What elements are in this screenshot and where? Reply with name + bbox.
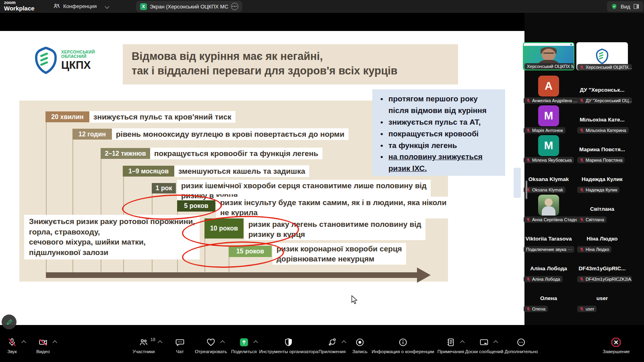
participant-tile[interactable]: А Анжеліка Андріївна ...: [523, 76, 574, 104]
audio-button[interactable]: Звук: [7, 337, 17, 354]
end-meeting-icon: [611, 337, 621, 348]
muted-mic-icon: [580, 188, 584, 192]
chat-button[interactable]: Чат: [175, 337, 185, 354]
notes-button[interactable]: Примечания: [438, 337, 464, 354]
participant-name-badge: Херсонський ОЦКПХ...: [577, 64, 632, 70]
participant-name-badge: Мільохіна Катерина: [577, 127, 629, 134]
mini-slide-strip: [524, 43, 574, 46]
whiteboards-options-chevron[interactable]: [493, 340, 498, 345]
record-button[interactable]: Запись: [352, 337, 367, 354]
note-bullet: покращується кровообі: [378, 128, 500, 140]
whiteboard-icon: [479, 337, 489, 347]
participant-tile[interactable]: Марина Повстя... Марина Повстяна: [576, 135, 628, 163]
muted-mic-icon: [580, 218, 584, 222]
muted-mic-icon: [526, 307, 530, 311]
content-scrollbar-thumb[interactable]: [514, 168, 521, 198]
react-button[interactable]: Отреагировать: [195, 337, 227, 354]
pencil-icon: [6, 319, 13, 326]
participant-name-badge: Аліна Лобода: [524, 276, 563, 282]
share-options-chevron[interactable]: [253, 340, 258, 345]
participant-tile[interactable]: М Марія Антонюк: [523, 105, 574, 134]
annotate-button[interactable]: [2, 315, 17, 329]
share-button[interactable]: Поделиться: [231, 337, 257, 354]
apps-options-chevron[interactable]: [341, 340, 346, 345]
audio-options-chevron[interactable]: [21, 340, 26, 345]
heart-icon: [206, 337, 216, 347]
more-button[interactable]: Дополнительно: [505, 337, 538, 354]
participant-tile[interactable]: user user: [576, 284, 628, 312]
participant-tile[interactable]: ДУ "Херсонськ... ДУ "Херсонський ОЦ...: [576, 76, 628, 104]
shared-screen-content: ХЕРСОНСЬКИЙ ОБЛАСНИЙ ЦКПХ Відмова від ку…: [0, 31, 524, 325]
sidebar-scrollbar-thumb[interactable]: [526, 181, 527, 199]
participants-count: 18: [151, 337, 155, 342]
whiteboards-button[interactable]: Доски сообщений: [465, 337, 504, 354]
participant-tile[interactable]: М Мілена Якубовська: [523, 135, 574, 163]
chat-icon: [175, 337, 185, 347]
logo-line2: ОБЛАСНИЙ: [61, 54, 95, 59]
participant-name-badge: Ніна Людко: [577, 246, 611, 253]
participant-name-badge: Анна Сергіївна Стадн...: [524, 216, 578, 223]
mouse-cursor: [351, 295, 358, 305]
participant-tile[interactable]: Ніна Людко Ніна Людко: [576, 224, 628, 253]
avatar: М: [538, 105, 559, 126]
note-bullet-underlined: на половину знижується ризик ІХС.: [378, 151, 500, 175]
tab-meeting[interactable]: Конференция: [53, 2, 97, 10]
participant-tile[interactable]: Viktoriia Tarasova Подключение звука ···: [523, 224, 574, 253]
zoom-workplace-logo: zoom Workplace: [4, 0, 35, 11]
participant-name-badge: Анжеліка Андріївна ...: [524, 97, 578, 104]
participant-tile[interactable]: Аліна Лобода Аліна Лобода: [523, 254, 574, 282]
participants-icon: [139, 337, 149, 347]
participant-name-badge: Світлана: [577, 216, 607, 223]
timeline-label: 1–9 мосяцов: [123, 166, 174, 177]
avatar-photo: [538, 195, 559, 216]
participant-tile[interactable]: DF43m1yGipRIC... DF43m1yGipRlCZK2iA...: [576, 254, 628, 282]
notes-options-chevron[interactable]: [460, 340, 464, 345]
meeting-info-button[interactable]: Информация о конференции: [372, 337, 434, 354]
participant-tile[interactable]: Олена Олена: [523, 284, 574, 312]
react-options-chevron[interactable]: [220, 340, 225, 345]
muted-mic-icon: [580, 99, 584, 103]
participant-tile[interactable]: Мільохіна Кате... Мільохіна Катерина: [576, 105, 628, 134]
participant-tile[interactable]: Анна Сергіївна Стадн...: [523, 195, 574, 223]
video-options-chevron[interactable]: [52, 340, 57, 345]
window-titlebar: zoom Workplace Конференция X Экран (Херс…: [0, 0, 644, 13]
tab-screen-share[interactable]: X Экран (Херсонський ОЦКПХ МС •••: [136, 1, 242, 12]
timeline-arrowhead: [417, 267, 431, 283]
apps-button[interactable]: Приложения: [318, 337, 345, 354]
participant-name-badge: Oksana Klymak: [524, 187, 566, 193]
participant-tile[interactable]: Oksana Klymak Oksana Klymak: [523, 165, 574, 193]
participant-name-badge: Марія Антонюк: [524, 127, 566, 134]
slide-title-line1: Відмова від куріння має як негайні,: [132, 49, 458, 64]
security-shield-icon: [611, 3, 617, 10]
info-icon: [398, 337, 408, 347]
tab-options-icon[interactable]: •••: [231, 3, 238, 10]
host-tools-button[interactable]: Инструменты организатора: [259, 337, 318, 354]
participant-tile[interactable]: Надежда Кулик Надежда Кулик: [576, 165, 628, 193]
participant-tile-active-speaker[interactable]: Херсонський ОЦКПХ М...: [523, 42, 574, 70]
timeline-text: ризик коронарної хвороби серця дорівнюва…: [272, 243, 406, 265]
shield-icon: [284, 337, 293, 347]
muted-mic-icon: [526, 99, 530, 103]
video-button[interactable]: Видео: [36, 337, 50, 354]
end-meeting-button[interactable]: Завершение: [603, 337, 630, 354]
slide-title: Відмова від куріння має як негайні, так …: [123, 44, 458, 84]
workspace-chevron-icon[interactable]: [105, 4, 109, 8]
participant-name-badge: ДУ "Херсонський ОЦ...: [577, 97, 632, 104]
timeline-label: 20 хвилин: [45, 111, 89, 122]
tab-screen-label: Экран (Херсонський ОЦКПХ МС: [150, 4, 228, 10]
participant-tile[interactable]: Світлана Світлана: [576, 195, 628, 223]
view-button[interactable]: Вид: [607, 1, 643, 12]
connecting-audio-badge: Подключение звука ···: [524, 246, 574, 253]
shield-logo-icon: [595, 48, 609, 64]
participants-options-chevron[interactable]: [158, 340, 162, 345]
muted-mic-icon: [526, 128, 530, 133]
note-bullet: та функція легень: [378, 140, 500, 152]
record-icon: [355, 337, 365, 347]
participants-button[interactable]: 18 Участники: [133, 337, 155, 354]
participants-panel: Херсонський ОЦКПХ М... Херсонський ОЦКПХ…: [524, 13, 644, 325]
muted-mic-icon: [580, 277, 584, 282]
participant-name-badge: user: [577, 306, 597, 312]
slide-title-line2: так і віддалені переваги для здоров'я вс…: [132, 64, 458, 78]
participant-tile[interactable]: Херсонський ОЦКПХ...: [576, 42, 628, 70]
muted-mic-icon: [7, 337, 17, 347]
